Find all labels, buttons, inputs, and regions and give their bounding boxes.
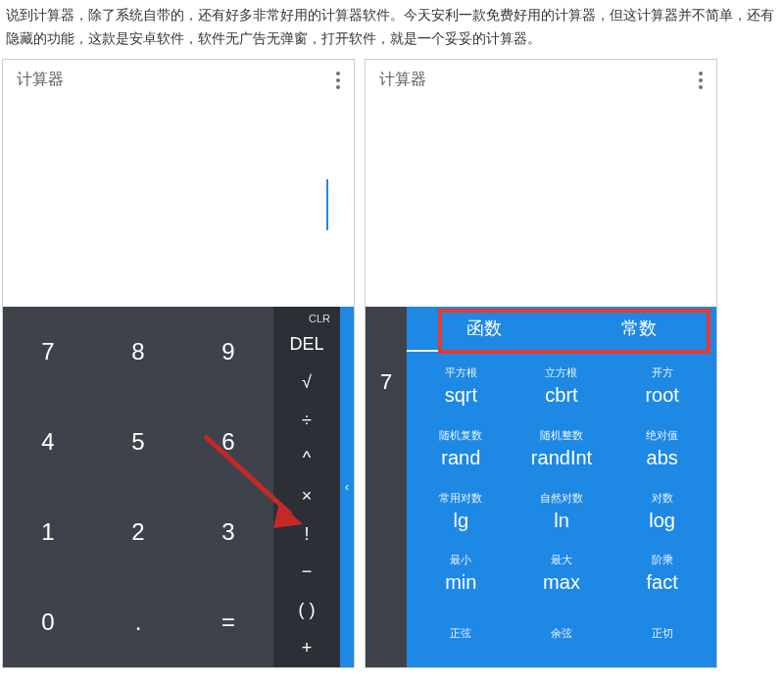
key-clear[interactable]: CLR (273, 307, 340, 326)
function-panel: 函数 常数 平方根sqrt 立方根cbrt 开方root 随机复数rand 随机… (407, 307, 716, 667)
key-minus[interactable]: − (273, 554, 340, 592)
fn-fact[interactable]: 阶乘fact (612, 542, 712, 605)
fn-sqrt[interactable]: 平方根sqrt (411, 356, 512, 418)
key-8[interactable]: 8 (93, 307, 183, 397)
calculator-display[interactable] (3, 101, 354, 307)
input-cursor (326, 179, 328, 230)
fn-tan[interactable]: 正切 (612, 605, 712, 667)
function-panel-wrap: 7 函数 常数 平方根sqrt 立方根cbrt 开方root 随机复数rand … (366, 307, 716, 667)
fn-ln[interactable]: 自然对数ln (512, 480, 612, 543)
fn-abs[interactable]: 绝对值abs (612, 417, 712, 480)
key-delete[interactable]: DEL (273, 326, 340, 365)
keypad: 7 8 9 4 5 6 1 2 3 0 . = CLR DEL √ ÷ ^ × … (3, 307, 354, 667)
key-9[interactable]: 9 (183, 307, 273, 397)
key-6[interactable]: 6 (183, 397, 273, 487)
key-power[interactable]: ^ (273, 440, 340, 478)
fn-min[interactable]: 最小min (411, 542, 512, 605)
app-titlebar: 计算器 (3, 60, 354, 101)
fn-rand[interactable]: 随机复数rand (411, 417, 512, 480)
fn-randint[interactable]: 随机整数randInt (512, 417, 612, 480)
key-multiply[interactable]: × (273, 477, 340, 515)
key-4[interactable]: 4 (3, 397, 93, 487)
overflow-menu-icon[interactable] (699, 72, 703, 89)
expand-panel-handle[interactable]: ‹ (340, 307, 354, 667)
fn-lg[interactable]: 常用对数lg (411, 480, 512, 543)
panel-tabs: 函数 常数 (407, 307, 716, 350)
key-parens[interactable]: ( ) (273, 591, 340, 629)
key-0[interactable]: 0 (3, 577, 93, 667)
key-1[interactable]: 1 (3, 487, 93, 577)
calculator-display[interactable] (366, 101, 716, 307)
tab-functions[interactable]: 函数 (407, 309, 562, 348)
app-titlebar: 计算器 (366, 60, 716, 101)
app-title: 计算器 (17, 70, 64, 90)
key-5[interactable]: 5 (93, 397, 183, 487)
overflow-menu-icon[interactable] (336, 72, 340, 89)
intro-paragraph: 说到计算器，除了系统自带的，还有好多非常好用的计算器软件。今天安利一款免费好用的… (0, 0, 784, 59)
key-equals[interactable]: = (183, 577, 273, 667)
screenshot-basic-keypad: 计算器 7 8 9 4 5 6 1 2 3 0 . = CLR D (2, 59, 355, 668)
key-divide[interactable]: ÷ (273, 402, 340, 440)
digit-grid: 7 8 9 4 5 6 1 2 3 0 . = (3, 307, 273, 667)
key-sqrt[interactable]: √ (273, 364, 340, 402)
app-title: 计算器 (379, 70, 426, 90)
fn-max[interactable]: 最大max (512, 542, 612, 605)
fn-cos[interactable]: 余弦 (512, 605, 612, 667)
key-factorial[interactable]: ! (273, 515, 340, 554)
key-decimal[interactable]: . (93, 577, 183, 667)
fn-sin[interactable]: 正弦 (411, 605, 512, 667)
key-2[interactable]: 2 (93, 487, 183, 577)
screenshot-function-panel: 计算器 7 函数 常数 平方根sqrt 立方根cbrt 开方root 随机复数r… (365, 59, 717, 668)
key-3[interactable]: 3 (183, 487, 273, 577)
operator-column: CLR DEL √ ÷ ^ × ! − ( ) + (273, 307, 340, 667)
screenshot-row: 计算器 7 8 9 4 5 6 1 2 3 0 . = CLR D (0, 59, 784, 668)
fn-log[interactable]: 对数log (612, 480, 712, 543)
fn-cbrt[interactable]: 立方根cbrt (512, 356, 612, 418)
fn-root[interactable]: 开方root (612, 356, 712, 418)
key-plus[interactable]: + (273, 629, 340, 667)
function-grid: 平方根sqrt 立方根cbrt 开方root 随机复数rand 随机整数rand… (407, 352, 716, 667)
key-7[interactable]: 7 (3, 307, 93, 397)
tab-constants[interactable]: 常数 (562, 309, 716, 348)
digit-grid-sliver: 7 (366, 307, 407, 667)
